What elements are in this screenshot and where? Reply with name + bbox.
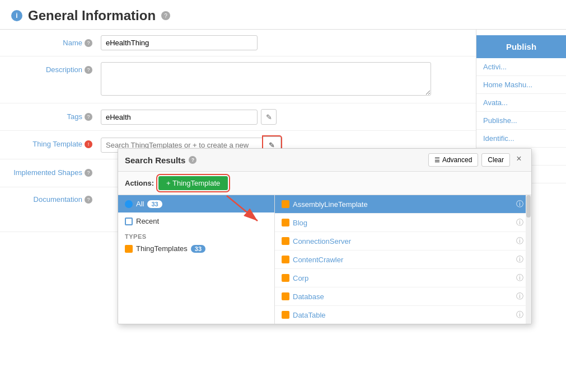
result-info-btn-4[interactable]: ⓘ bbox=[514, 273, 525, 283]
description-input[interactable] bbox=[101, 62, 431, 96]
add-template-button[interactable]: + ThingTemplate bbox=[158, 176, 228, 190]
actions-row: Actions: + ThingTemplate bbox=[118, 172, 531, 195]
result-info-btn-2[interactable]: ⓘ bbox=[514, 236, 525, 246]
right-panel-item-activity[interactable]: Activi... bbox=[476, 58, 566, 76]
info-icon: i bbox=[11, 10, 22, 21]
thing-template-error-icon: ! bbox=[85, 140, 92, 148]
name-input[interactable] bbox=[101, 35, 258, 50]
dropdown-title: Search Results ? bbox=[125, 155, 197, 165]
result-icon-1 bbox=[282, 219, 289, 226]
scroll-thumb[interactable] bbox=[526, 195, 531, 218]
result-item-2[interactable]: ConnectionServer ⓘ bbox=[275, 232, 531, 251]
result-icon-0 bbox=[282, 200, 289, 208]
left-panel: All 33 Recent TYPES ThingTemplates 33 bbox=[118, 195, 275, 324]
tags-input[interactable] bbox=[101, 110, 258, 125]
actions-label: Actions: bbox=[125, 179, 154, 187]
description-control bbox=[101, 62, 465, 97]
right-list: AssemblyLineTemplate ⓘ Blog ⓘ Connection… bbox=[275, 195, 531, 324]
advanced-button[interactable]: ☰ Advanced bbox=[428, 153, 478, 167]
result-icon-5 bbox=[282, 292, 289, 300]
description-row: Description ? bbox=[0, 56, 476, 103]
result-item-3[interactable]: ContentCrawler ⓘ bbox=[275, 251, 531, 269]
description-help-icon[interactable]: ? bbox=[85, 66, 92, 74]
advanced-icon: ☰ bbox=[434, 157, 440, 164]
title-help-icon[interactable]: ? bbox=[161, 11, 170, 20]
dropdown-actions: ☰ Advanced Clear × bbox=[428, 153, 525, 167]
recent-icon bbox=[125, 218, 133, 225]
result-item-0[interactable]: AssemblyLineTemplate ⓘ bbox=[275, 195, 531, 214]
documentation-help-icon[interactable]: ? bbox=[85, 196, 92, 204]
globe-icon bbox=[125, 200, 133, 208]
result-item-1[interactable]: Blog ⓘ bbox=[275, 214, 531, 232]
scroll-track[interactable] bbox=[526, 195, 531, 324]
result-icon-6 bbox=[282, 311, 289, 319]
result-icon-2 bbox=[282, 237, 289, 245]
all-item[interactable]: All 33 bbox=[118, 195, 274, 212]
dropdown-header: Search Results ? ☰ Advanced Clear × bbox=[118, 149, 531, 172]
name-row: Name ? bbox=[0, 30, 476, 56]
right-panel-item-published[interactable]: Publishe... bbox=[476, 112, 566, 130]
name-control bbox=[101, 35, 465, 50]
name-help-icon[interactable]: ? bbox=[85, 39, 92, 47]
result-item-4[interactable]: Corp ⓘ bbox=[275, 269, 531, 287]
right-panel-item-identifier[interactable]: Identific... bbox=[476, 130, 566, 148]
result-icon-4 bbox=[282, 274, 289, 282]
documentation-label: Documentation ? bbox=[11, 192, 101, 204]
result-item-6[interactable]: DataTable ⓘ bbox=[275, 306, 531, 324]
all-count: 33 bbox=[147, 200, 162, 208]
right-panel-item-home-mashup[interactable]: Home Mashu... bbox=[476, 76, 566, 94]
result-info-btn-3[interactable]: ⓘ bbox=[514, 254, 525, 265]
thing-templates-icon bbox=[125, 245, 133, 253]
recent-item[interactable]: Recent bbox=[118, 212, 274, 230]
search-dropdown: Search Results ? ☰ Advanced Clear × Acti… bbox=[118, 148, 532, 324]
dropdown-help-icon[interactable]: ? bbox=[189, 156, 197, 164]
implemented-shapes-label: Implemented Shapes ? bbox=[11, 165, 101, 177]
implemented-shapes-help-icon[interactable]: ? bbox=[85, 169, 92, 177]
types-header: TYPES bbox=[118, 230, 274, 241]
result-item-5[interactable]: Database ⓘ bbox=[275, 287, 531, 306]
page-header: i General Information ? bbox=[0, 0, 566, 30]
clear-button[interactable]: Clear bbox=[481, 153, 510, 167]
tags-edit-button[interactable]: ✎ bbox=[261, 109, 277, 125]
tags-help-icon[interactable]: ? bbox=[85, 113, 92, 121]
close-button[interactable]: × bbox=[513, 153, 525, 164]
dropdown-body: All 33 Recent TYPES ThingTemplates 33 bbox=[118, 195, 531, 324]
page-container: i General Information ? Name ? Descripti… bbox=[0, 0, 566, 392]
page-title: General Information bbox=[28, 8, 156, 23]
name-label: Name ? bbox=[11, 35, 101, 47]
result-info-btn-6[interactable]: ⓘ bbox=[514, 310, 525, 320]
publish-button[interactable]: Publish bbox=[476, 35, 566, 58]
result-info-btn-0[interactable]: ⓘ bbox=[514, 199, 525, 209]
result-info-btn-1[interactable]: ⓘ bbox=[514, 218, 525, 228]
right-panel-item-avatar[interactable]: Avata... bbox=[476, 94, 566, 112]
tags-label: Tags ? bbox=[11, 109, 101, 121]
thing-templates-count: 33 bbox=[191, 245, 205, 253]
description-label: Description ? bbox=[11, 62, 101, 74]
result-icon-3 bbox=[282, 256, 289, 263]
result-info-btn-5[interactable]: ⓘ bbox=[514, 291, 525, 301]
tags-control: ✎ bbox=[101, 109, 465, 125]
tags-row: Tags ? ✎ bbox=[0, 103, 476, 131]
thing-template-label: Thing Template ! bbox=[11, 136, 101, 148]
thing-templates-type[interactable]: ThingTemplates 33 bbox=[118, 241, 274, 256]
